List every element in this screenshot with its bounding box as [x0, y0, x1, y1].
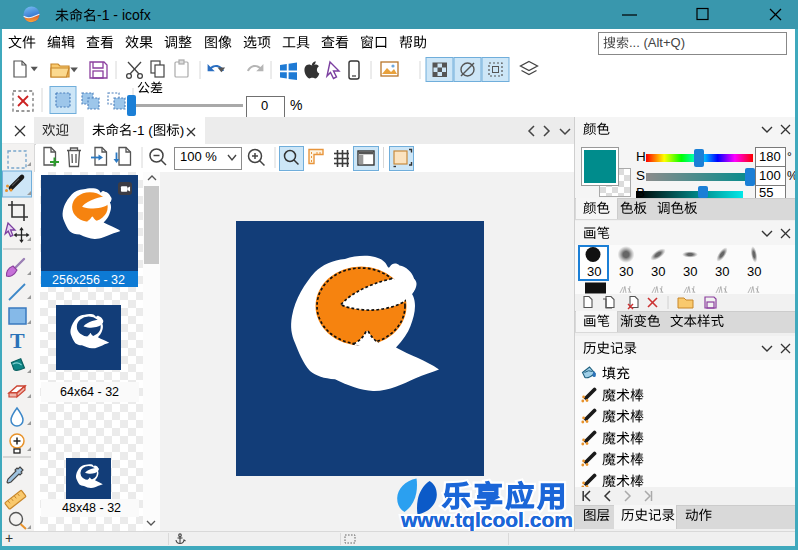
svg-text:0: 0 — [261, 98, 268, 113]
svg-text:H: H — [636, 149, 646, 164]
svg-text:%: % — [290, 97, 302, 113]
svg-text:T: T — [10, 328, 25, 353]
svg-text:): ) — [180, 123, 185, 138]
svg-text:www.tqlcool.com: www.tqlcool.com — [400, 508, 573, 531]
svg-text:... (Alt+Q): ... (Alt+Q) — [629, 35, 685, 50]
svg-text:100 %: 100 % — [180, 149, 217, 164]
svg-text:30: 30 — [619, 264, 633, 279]
svg-text:64x64 - 32: 64x64 - 32 — [60, 385, 119, 399]
svg-text:30: 30 — [683, 264, 697, 279]
svg-text:100: 100 — [759, 168, 781, 183]
svg-text:-1 (: -1 ( — [133, 123, 154, 138]
svg-text:30: 30 — [651, 264, 665, 279]
svg-text:30: 30 — [587, 264, 601, 279]
svg-text:-1 - icofx: -1 - icofx — [97, 7, 151, 23]
svg-text:180: 180 — [759, 149, 781, 164]
svg-text:48x48 - 32: 48x48 - 32 — [62, 501, 121, 515]
svg-text:256x256 - 32: 256x256 - 32 — [52, 273, 125, 287]
svg-text:+: + — [5, 530, 13, 546]
svg-text:30: 30 — [715, 264, 729, 279]
svg-text:30: 30 — [747, 264, 761, 279]
svg-text:S: S — [636, 168, 645, 183]
svg-text:°: ° — [787, 150, 792, 164]
